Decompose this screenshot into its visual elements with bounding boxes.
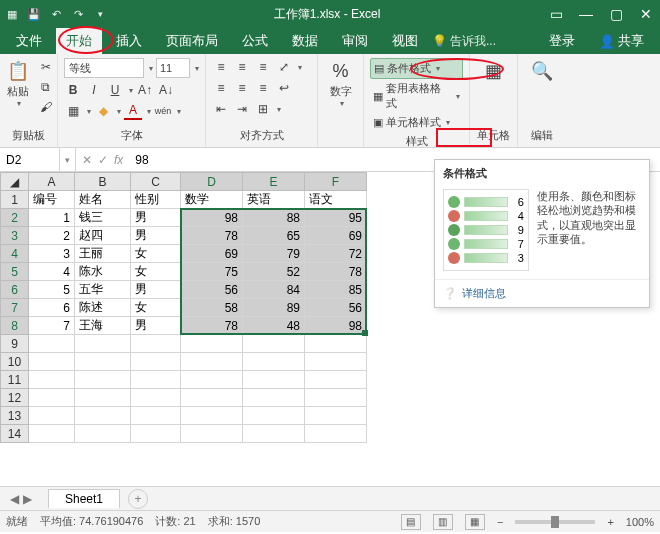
- chevron-down-icon[interactable]: ▾: [129, 86, 133, 95]
- italic-button[interactable]: I: [85, 81, 103, 99]
- cell[interactable]: [181, 389, 243, 407]
- cell[interactable]: 王丽: [75, 245, 131, 263]
- grow-font-icon[interactable]: A↑: [136, 81, 154, 99]
- cell[interactable]: 72: [305, 245, 367, 263]
- fill-color-button[interactable]: ◆: [94, 102, 112, 120]
- row-header[interactable]: 9: [1, 335, 29, 353]
- view-pagebreak-icon[interactable]: ▦: [465, 514, 485, 530]
- shrink-font-icon[interactable]: A↓: [157, 81, 175, 99]
- copy-icon[interactable]: ⧉: [37, 78, 55, 96]
- cell[interactable]: [75, 425, 131, 443]
- cell[interactable]: [181, 407, 243, 425]
- editing-button[interactable]: 🔍: [527, 58, 557, 84]
- underline-button[interactable]: U: [106, 81, 124, 99]
- row-header[interactable]: 11: [1, 371, 29, 389]
- zoom-out-button[interactable]: −: [497, 516, 503, 528]
- cell[interactable]: [75, 371, 131, 389]
- row-header[interactable]: 5: [1, 263, 29, 281]
- cell[interactable]: 78: [181, 227, 243, 245]
- tab-data[interactable]: 数据: [282, 28, 328, 54]
- cell[interactable]: [243, 407, 305, 425]
- row-header[interactable]: 13: [1, 407, 29, 425]
- cell[interactable]: 84: [243, 281, 305, 299]
- cell[interactable]: 6: [29, 299, 75, 317]
- cell[interactable]: [181, 425, 243, 443]
- cell[interactable]: 钱三: [75, 209, 131, 227]
- cut-icon[interactable]: ✂: [37, 58, 55, 76]
- bold-button[interactable]: B: [64, 81, 82, 99]
- row-header[interactable]: 14: [1, 425, 29, 443]
- tab-review[interactable]: 审阅: [332, 28, 378, 54]
- fx-icon[interactable]: fx: [114, 153, 123, 167]
- cell-styles-button[interactable]: ▣ 单元格样式▾: [370, 113, 463, 132]
- format-as-table-button[interactable]: ▦ 套用表格格式▾: [370, 79, 463, 113]
- cell[interactable]: [243, 335, 305, 353]
- font-name-combo[interactable]: 等线: [64, 58, 144, 78]
- tab-file[interactable]: 文件: [6, 28, 52, 54]
- row-header[interactable]: 12: [1, 389, 29, 407]
- cell[interactable]: 陈述: [75, 299, 131, 317]
- cell[interactable]: 陈水: [75, 263, 131, 281]
- cell[interactable]: 85: [305, 281, 367, 299]
- format-painter-icon[interactable]: 🖌: [37, 98, 55, 116]
- tab-formulas[interactable]: 公式: [232, 28, 278, 54]
- cell[interactable]: 男: [131, 209, 181, 227]
- orientation-icon[interactable]: ⤢: [275, 58, 293, 76]
- cell[interactable]: [131, 425, 181, 443]
- cell[interactable]: 75: [181, 263, 243, 281]
- col-header[interactable]: A: [29, 173, 75, 191]
- restore-icon[interactable]: ▢: [606, 4, 626, 24]
- cell[interactable]: [131, 407, 181, 425]
- tooltip-more-info[interactable]: ❔ 详细信息: [435, 279, 649, 307]
- tab-insert[interactable]: 插入: [106, 28, 152, 54]
- chevron-down-icon[interactable]: ▾: [277, 105, 281, 114]
- cell[interactable]: [305, 389, 367, 407]
- align-right-icon[interactable]: ≡: [254, 79, 272, 97]
- cell[interactable]: [305, 335, 367, 353]
- indent-decrease-icon[interactable]: ⇤: [212, 100, 230, 118]
- col-header[interactable]: E: [243, 173, 305, 191]
- cell[interactable]: [75, 389, 131, 407]
- cell[interactable]: [131, 335, 181, 353]
- cell[interactable]: [243, 389, 305, 407]
- cell[interactable]: 女: [131, 299, 181, 317]
- cell[interactable]: 3: [29, 245, 75, 263]
- cell[interactable]: [75, 353, 131, 371]
- cell[interactable]: 性别: [131, 191, 181, 209]
- tell-me[interactable]: 💡告诉我...: [432, 33, 496, 50]
- cell[interactable]: 英语: [243, 191, 305, 209]
- align-middle-icon[interactable]: ≡: [233, 58, 251, 76]
- zoom-slider[interactable]: [515, 520, 595, 524]
- cell[interactable]: 2: [29, 227, 75, 245]
- cell[interactable]: 98: [305, 317, 367, 335]
- font-color-button[interactable]: A: [124, 102, 142, 120]
- cell[interactable]: 编号: [29, 191, 75, 209]
- cell[interactable]: [131, 353, 181, 371]
- align-bottom-icon[interactable]: ≡: [254, 58, 272, 76]
- col-header[interactable]: D: [181, 173, 243, 191]
- cell[interactable]: 4: [29, 263, 75, 281]
- close-icon[interactable]: ✕: [636, 4, 656, 24]
- add-sheet-button[interactable]: +: [128, 489, 148, 509]
- cell[interactable]: 姓名: [75, 191, 131, 209]
- conditional-formatting-button[interactable]: ▤ 条件格式▾: [370, 58, 463, 79]
- row-header[interactable]: 6: [1, 281, 29, 299]
- cell[interactable]: 56: [305, 299, 367, 317]
- cell[interactable]: 男: [131, 227, 181, 245]
- cell[interactable]: [243, 371, 305, 389]
- chevron-down-icon[interactable]: ▾: [149, 64, 153, 73]
- chevron-down-icon[interactable]: ▾: [147, 107, 151, 116]
- cell[interactable]: 数学: [181, 191, 243, 209]
- view-layout-icon[interactable]: ▥: [433, 514, 453, 530]
- share-button[interactable]: 👤共享: [589, 28, 654, 54]
- row-header[interactable]: 4: [1, 245, 29, 263]
- cell[interactable]: 女: [131, 245, 181, 263]
- cell[interactable]: 48: [243, 317, 305, 335]
- sheet-nav-next-icon[interactable]: ▶: [23, 492, 32, 506]
- row-header[interactable]: 7: [1, 299, 29, 317]
- cell[interactable]: [305, 407, 367, 425]
- cell[interactable]: [29, 389, 75, 407]
- chevron-down-icon[interactable]: ▾: [177, 107, 181, 116]
- cell[interactable]: 1: [29, 209, 75, 227]
- cell[interactable]: 56: [181, 281, 243, 299]
